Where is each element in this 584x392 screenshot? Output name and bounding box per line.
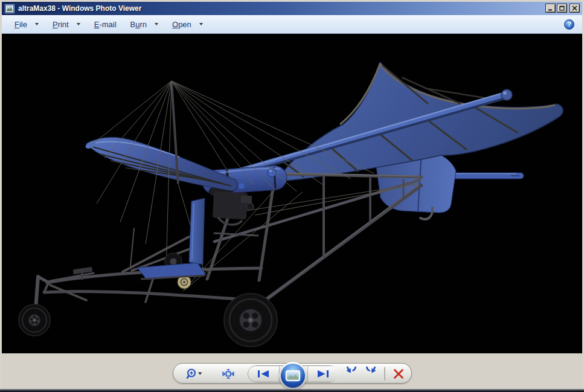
slideshow-orb-icon: [281, 364, 305, 388]
maximize-button[interactable]: [557, 4, 567, 13]
window-title: altraMax38 - Windows Photo Viewer: [18, 4, 141, 13]
maximize-icon: [559, 5, 565, 11]
photo-viewer-window: altraMax38 - Windows Photo Viewer File P…: [0, 0, 584, 392]
menubar: File Print E-mail Burn Open ?: [2, 15, 582, 34]
zoom-dropdown-caret-icon: [198, 373, 202, 375]
menu: File Print E-mail Burn Open: [2, 20, 203, 29]
menu-item-file[interactable]: File: [14, 20, 39, 29]
help-icon: ?: [567, 21, 571, 28]
photo-viewer-app-icon: [5, 4, 14, 13]
minimize-button[interactable]: [545, 4, 556, 13]
toolbar: [173, 363, 412, 384]
rotate-clockwise-button[interactable]: [362, 364, 379, 384]
rotate-cw-icon: [364, 367, 378, 381]
actual-size-icon: [222, 368, 234, 380]
rotate-ccw-icon: [344, 367, 359, 381]
front-wheel: [19, 304, 50, 336]
zoom-button[interactable]: [179, 364, 208, 384]
bottom-control-bar: [2, 353, 582, 389]
window-bottom-edge: [0, 389, 584, 392]
menu-item-email[interactable]: E-mail: [94, 20, 117, 29]
menu-label: File: [14, 20, 27, 29]
photo-canvas: [2, 34, 582, 353]
menu-item-burn[interactable]: Burn: [130, 20, 158, 29]
menu-label: Print: [53, 20, 69, 29]
dropdown-caret-icon[interactable]: [35, 23, 39, 25]
dropdown-caret-icon[interactable]: [77, 23, 80, 25]
magnifier-plus-icon: [185, 368, 202, 380]
dropdown-caret-icon[interactable]: [199, 23, 203, 25]
close-button[interactable]: [570, 4, 580, 13]
dropdown-caret-icon[interactable]: [155, 23, 158, 25]
previous-button[interactable]: [248, 366, 280, 382]
slideshow-button[interactable]: [279, 362, 307, 390]
navigation-group: [248, 365, 338, 382]
minimize-icon: [548, 5, 553, 11]
titlebar[interactable]: altraMax38 - Windows Photo Viewer: [2, 2, 582, 15]
menu-label: E-mail: [94, 20, 117, 29]
close-icon: [572, 5, 577, 11]
window-controls: [544, 4, 580, 13]
actual-size-button[interactable]: [219, 364, 237, 384]
toolbar-divider: [384, 367, 385, 381]
main-wheel: [224, 294, 277, 347]
menu-item-print[interactable]: Print: [53, 20, 80, 29]
menu-label: Open: [172, 20, 191, 29]
delete-button[interactable]: [390, 364, 407, 384]
help-button[interactable]: ?: [564, 19, 574, 30]
previous-track-icon: [255, 369, 271, 379]
next-button[interactable]: [307, 366, 339, 382]
rotate-counterclockwise-button[interactable]: [343, 364, 360, 384]
menu-label: Burn: [130, 20, 147, 29]
delete-x-icon: [392, 367, 405, 381]
photo-aircraft-render: [2, 34, 582, 353]
next-track-icon: [315, 369, 331, 379]
menu-item-open[interactable]: Open: [172, 20, 203, 29]
